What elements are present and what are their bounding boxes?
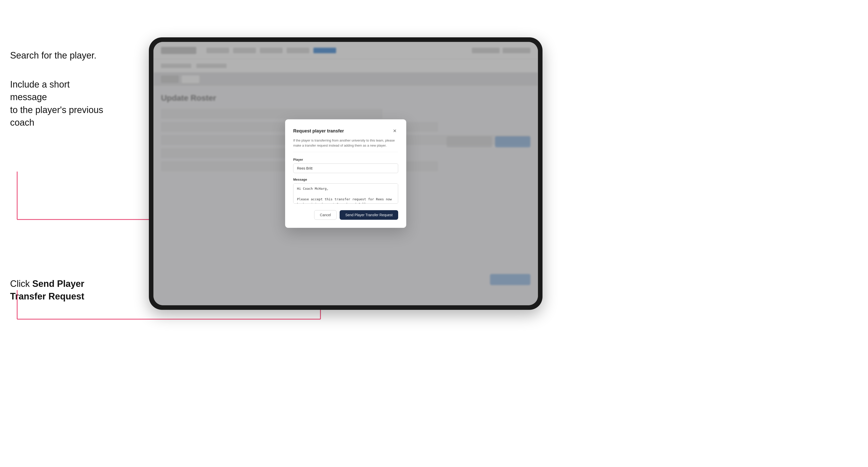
modal-description: If the player is transferring from anoth…: [293, 138, 398, 152]
tablet-frame: Update Roster Request player transfer ✕: [149, 37, 542, 310]
send-transfer-request-button[interactable]: Send Player Transfer Request: [340, 210, 398, 220]
modal-header: Request player transfer ✕: [293, 127, 398, 134]
transfer-request-modal: Request player transfer ✕ If the player …: [285, 119, 406, 228]
modal-footer: Cancel Send Player Transfer Request: [293, 210, 398, 220]
cancel-button[interactable]: Cancel: [314, 210, 337, 220]
modal-title: Request player transfer: [293, 128, 344, 134]
modal-overlay: Request player transfer ✕ If the player …: [153, 42, 538, 305]
message-textarea[interactable]: [293, 183, 398, 204]
message-label: Message: [293, 178, 398, 181]
player-label: Player: [293, 158, 398, 161]
annotation-step3: Click Send Player Transfer Request: [10, 278, 106, 303]
annotation-step1: Search for the player.: [10, 49, 96, 62]
annotation-step2: Include a short message to the player's …: [10, 78, 106, 129]
tablet-screen: Update Roster Request player transfer ✕: [153, 42, 538, 305]
modal-close-button[interactable]: ✕: [391, 127, 398, 134]
player-input[interactable]: [293, 163, 398, 173]
